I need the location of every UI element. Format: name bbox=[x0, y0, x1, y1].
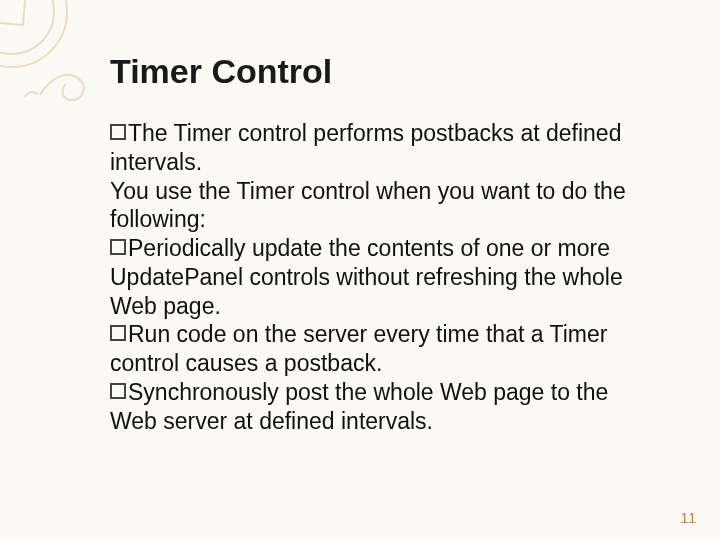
checkbox-icon bbox=[110, 383, 126, 399]
checkbox-icon bbox=[110, 325, 126, 341]
checkbox-icon bbox=[110, 124, 126, 140]
slide-body: The Timer control performs postbacks at … bbox=[110, 119, 660, 435]
bullet-1: The Timer control performs postbacks at … bbox=[110, 119, 660, 177]
bullet-4-text: Run code on the server every time that a… bbox=[110, 321, 607, 376]
bullet-4: Run code on the server every time that a… bbox=[110, 320, 660, 378]
slide-content: Timer Control The Timer control performs… bbox=[0, 0, 720, 540]
bullet-2-text: You use the Timer control when you want … bbox=[110, 178, 626, 233]
bullet-2: You use the Timer control when you want … bbox=[110, 177, 660, 235]
checkbox-icon bbox=[110, 239, 126, 255]
slide-title: Timer Control bbox=[110, 52, 660, 91]
bullet-5: Synchronously post the whole Web page to… bbox=[110, 378, 660, 436]
bullet-3: Periodically update the contents of one … bbox=[110, 234, 660, 320]
bullet-1-text: The Timer control performs postbacks at … bbox=[110, 120, 621, 175]
bullet-3-text: Periodically update the contents of one … bbox=[110, 235, 623, 319]
bullet-5-text: Synchronously post the whole Web page to… bbox=[110, 379, 608, 434]
page-number: 11 bbox=[680, 510, 696, 526]
